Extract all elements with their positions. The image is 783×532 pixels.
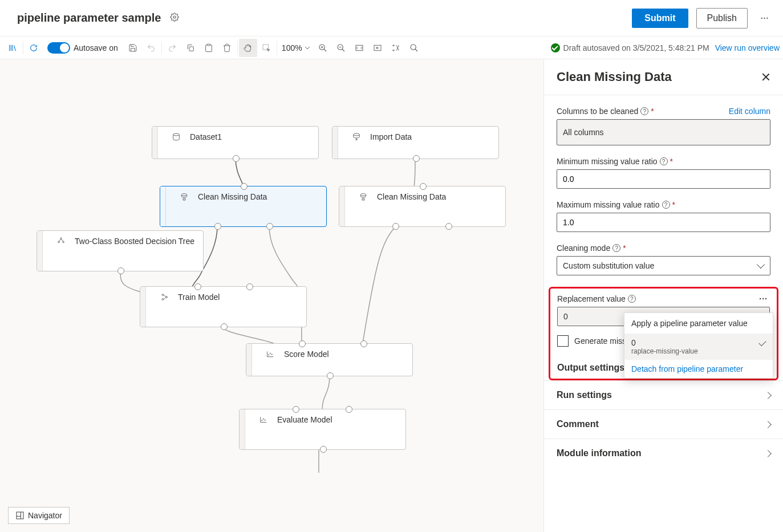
parameter-dropdown: Apply a pipeline parameter value 0 rapla… [624,312,773,379]
zoom-out-icon[interactable] [332,39,350,57]
svg-point-18 [166,297,168,298]
panel-title: Clean Missing Data [557,70,672,84]
gear-icon[interactable] [170,13,179,23]
page-title: pipeline parameter sample [17,11,161,25]
replacement-label: Replacement value [557,294,626,303]
svg-point-19 [269,355,269,355]
help-icon[interactable]: ? [612,244,620,252]
section-comment[interactable]: Comment [544,409,783,438]
evaluate-icon [259,415,273,424]
columns-label: Columns to be cleaned [557,107,638,116]
svg-point-22 [262,420,262,421]
node-evaluate-model[interactable]: Evaluate Model [239,409,406,450]
pipeline-canvas[interactable]: Dataset1 Import Data Clean Missing Data … [0,59,543,532]
help-icon[interactable]: ? [640,107,648,115]
check-icon [551,43,560,52]
help-icon[interactable]: ? [662,201,670,209]
more-icon[interactable]: ··· [758,14,772,23]
top-header: pipeline parameter sample Submit Publish… [0,0,783,36]
svg-rect-2 [207,44,210,46]
import-icon [352,132,366,141]
svg-point-14 [58,241,60,243]
node-train-model[interactable]: Train Model [140,286,307,327]
node-import-data[interactable]: Import Data [332,126,499,159]
navigator-button[interactable]: Navigator [8,507,70,524]
help-icon[interactable]: ? [628,295,636,303]
dropdown-header: Apply a pipeline parameter value [624,313,773,334]
delete-icon[interactable] [218,39,236,57]
redo-icon[interactable] [163,39,181,57]
clean-icon [180,192,193,201]
save-icon[interactable] [124,39,142,57]
paste-icon[interactable] [200,39,218,57]
node-clean-missing-data[interactable]: Clean Missing Data [339,186,506,227]
clean-icon [359,192,372,201]
copy-icon[interactable] [181,39,200,57]
dropdown-item-selected[interactable]: 0 raplace-missing-value [624,334,773,360]
properties-panel: Clean Missing Data Columns to be cleaned… [543,59,783,532]
svg-point-16 [162,294,164,296]
autosave-toggle[interactable] [47,42,70,54]
search-icon[interactable] [405,39,423,57]
svg-rect-25 [17,512,23,519]
min-ratio-input[interactable] [557,169,770,189]
svg-point-11 [181,194,186,196]
edit-column-link[interactable]: Edit column [729,107,770,116]
zoom-in-icon[interactable] [314,39,332,57]
score-icon [266,350,279,359]
tree-icon [56,237,70,246]
chevron-right-icon [764,392,772,399]
svg-point-24 [265,420,265,420]
svg-rect-1 [189,47,193,51]
min-ratio-label: Minimum missing value ratio [557,157,658,166]
zoom-level[interactable]: 100% [282,43,310,52]
cleaning-mode-select[interactable]: Custom substitution value [557,256,770,275]
node-clean-missing-data-selected[interactable]: Clean Missing Data [160,186,327,227]
max-ratio-input[interactable] [557,213,770,232]
svg-point-10 [354,133,360,136]
refresh-icon[interactable] [25,39,43,57]
svg-point-0 [173,16,176,18]
actual-size-icon[interactable] [368,39,387,57]
cleaning-mode-label: Cleaning mode [557,243,610,253]
auto-layout-icon[interactable] [387,39,405,57]
svg-point-9 [173,133,180,136]
svg-point-12 [360,194,366,196]
columns-value[interactable]: All columns [557,119,770,145]
train-icon [160,293,173,302]
svg-point-17 [162,299,164,300]
node-boosted-tree[interactable]: Two-Class Boosted Decision Tree [36,230,204,271]
close-icon[interactable] [761,72,770,82]
autosave-label: Autosave on [74,43,118,52]
node-score-model[interactable]: Score Model [246,343,413,376]
node-dataset1[interactable]: Dataset1 [152,126,319,159]
svg-point-21 [271,354,272,355]
select-icon[interactable] [257,39,275,57]
section-module-info[interactable]: Module information [544,438,783,468]
pan-icon[interactable] [239,39,257,57]
autosave-status: Draft autosaved on 3/5/2021, 5:48:21 PM … [551,43,780,52]
max-ratio-label: Maximum missing value ratio [557,200,660,209]
svg-point-20 [270,353,270,354]
chevron-right-icon [764,421,772,428]
replacement-highlight: Replacement value ? ··· Generate miss Ap… [549,287,778,380]
section-run-settings[interactable]: Run settings [544,380,783,409]
toolbar: Autosave on 100% Draft autosaved on 3/5/… [0,36,783,59]
library-icon[interactable] [3,39,22,57]
svg-point-15 [63,241,64,243]
parameter-menu-icon[interactable]: ··· [759,294,768,303]
view-run-link[interactable]: View run overview [715,43,780,52]
publish-button[interactable]: Publish [696,8,748,29]
submit-button[interactable]: Submit [632,9,688,28]
dropdown-detach[interactable]: Detach from pipeline parameter [624,360,773,378]
svg-point-13 [60,238,62,239]
help-icon[interactable]: ? [660,157,668,165]
svg-point-23 [263,419,263,419]
dataset-icon [172,132,185,141]
fit-icon[interactable] [350,39,368,57]
chevron-right-icon [764,450,772,457]
svg-point-8 [411,44,416,50]
undo-icon[interactable] [142,39,160,57]
